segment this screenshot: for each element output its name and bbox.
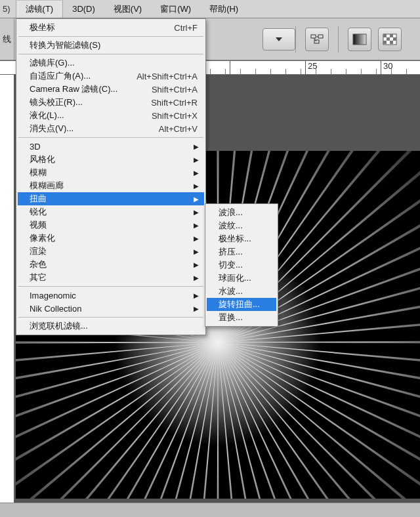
toolbar-dropdown[interactable] bbox=[262, 28, 295, 51]
filter-menu-item[interactable]: 锐化▶ bbox=[18, 205, 204, 218]
filter-menu-item[interactable]: 风格化▶ bbox=[18, 153, 204, 166]
toolbar-btn-checker[interactable] bbox=[378, 28, 402, 51]
filter-menu-item[interactable]: 视频▶ bbox=[18, 218, 204, 232]
menu-item-label: 杂色 bbox=[30, 258, 198, 270]
menu-item-label: 浏览联机滤镜... bbox=[30, 320, 198, 332]
menu-filter[interactable]: 滤镜(T) bbox=[16, 0, 64, 18]
menu-3d[interactable]: 3D(D) bbox=[63, 0, 104, 18]
menu-item-label: 其它 bbox=[30, 272, 198, 283]
menu-item-label: 像素化 bbox=[30, 232, 198, 244]
submenu-arrow-icon: ▶ bbox=[194, 156, 199, 163]
distort-menu-item[interactable]: 置换... bbox=[207, 311, 276, 324]
tool-label: 线 bbox=[0, 18, 14, 60]
distort-menu-item[interactable]: 水波... bbox=[207, 285, 276, 298]
svg-rect-9 bbox=[393, 37, 396, 41]
menu-item-label: 视频 bbox=[30, 219, 198, 231]
menu-item-label: 3D bbox=[30, 142, 198, 152]
menu-item-label: 液化(L)... bbox=[30, 110, 131, 121]
filter-menu-item[interactable]: 极坐标Ctrl+F bbox=[18, 21, 204, 34]
menu-item-label: 波纹... bbox=[219, 220, 270, 232]
menu-item-shortcut: Shift+Ctrl+X bbox=[152, 111, 198, 121]
filter-menu-item[interactable]: 3D▶ bbox=[18, 140, 204, 153]
menu-item-label: 消失点(V)... bbox=[30, 123, 138, 134]
distort-menu-item[interactable]: 切变... bbox=[207, 258, 276, 272]
toolbar-btn-gradient-preview[interactable] bbox=[348, 28, 371, 51]
checker-icon bbox=[383, 33, 397, 45]
submenu-arrow-icon: ▶ bbox=[194, 261, 199, 268]
menu-item-label: 锐化 bbox=[30, 206, 198, 218]
filter-menu-item[interactable]: Imagenomic▶ bbox=[18, 289, 204, 302]
filter-menu-item[interactable]: 镜头校正(R)...Shift+Ctrl+R bbox=[18, 96, 204, 109]
filter-menu-item[interactable]: 扭曲▶ bbox=[18, 192, 204, 205]
menu-item-shortcut: Shift+Ctrl+R bbox=[151, 98, 198, 108]
menu-item-label: 自适应广角(A)... bbox=[30, 70, 116, 82]
distort-menu-item[interactable]: 波浪... bbox=[207, 206, 276, 219]
submenu-arrow-icon: ▶ bbox=[194, 222, 199, 229]
submenu-arrow-icon: ▶ bbox=[194, 248, 199, 255]
menu-help[interactable]: 帮助(H) bbox=[200, 0, 247, 18]
filter-menu-item[interactable]: Camera Raw 滤镜(C)...Shift+Ctrl+A bbox=[18, 83, 204, 96]
filter-menu-item[interactable]: 消失点(V)...Alt+Ctrl+V bbox=[18, 122, 204, 135]
menu-item-label: Nik Collection bbox=[30, 304, 198, 314]
filter-menu-item[interactable]: 自适应广角(A)...Alt+Shift+Ctrl+A bbox=[18, 70, 204, 83]
menu-item-label: 转换为智能滤镜(S) bbox=[30, 39, 198, 51]
menu-item-label: 滤镜库(G)... bbox=[30, 57, 198, 69]
svg-rect-7 bbox=[390, 34, 393, 37]
filter-menu-item[interactable]: 滤镜库(G)... bbox=[18, 56, 204, 70]
filter-menu-item[interactable]: 浏览联机滤镜... bbox=[18, 320, 204, 333]
menu-item-label: 置换... bbox=[219, 312, 270, 323]
svg-rect-3 bbox=[314, 40, 319, 43]
menu-item-label: 模糊 bbox=[30, 167, 198, 178]
submenu-arrow-icon: ▶ bbox=[194, 235, 199, 242]
filter-menu-item[interactable]: 渲染▶ bbox=[18, 245, 204, 258]
menu-item-shortcut: Shift+Ctrl+A bbox=[152, 85, 198, 94]
svg-rect-10 bbox=[383, 41, 387, 44]
filter-menu-item[interactable]: 其它▶ bbox=[18, 271, 204, 284]
submenu-arrow-icon: ▶ bbox=[194, 169, 199, 176]
svg-rect-8 bbox=[387, 37, 390, 41]
menu-item-label: 模糊画廊 bbox=[30, 180, 198, 192]
filter-menu-item[interactable]: 模糊▶ bbox=[18, 166, 204, 179]
distort-menu-item[interactable]: 波纹... bbox=[207, 219, 276, 232]
menu-window[interactable]: 窗口(W) bbox=[151, 0, 200, 18]
filter-menu-item[interactable]: 像素化▶ bbox=[18, 232, 204, 245]
menu-item-label: 球面化... bbox=[219, 272, 270, 284]
svg-rect-2 bbox=[318, 35, 323, 38]
menu-item-label: 挤压... bbox=[219, 246, 270, 258]
filter-menu-item[interactable]: Nik Collection▶ bbox=[18, 302, 204, 315]
filter-menu-item[interactable]: 模糊画廊▶ bbox=[18, 179, 204, 192]
submenu-arrow-icon: ▶ bbox=[194, 143, 199, 150]
svg-rect-1 bbox=[311, 35, 316, 38]
distort-submenu: 波浪...波纹...极坐标...挤压...切变...球面化...水波...旋转扭… bbox=[205, 203, 278, 327]
gradient-icon bbox=[352, 33, 367, 45]
distort-menu-item[interactable]: 挤压... bbox=[207, 245, 276, 258]
submenu-arrow-icon: ▶ bbox=[194, 196, 199, 203]
filter-menu-item[interactable]: 液化(L)...Shift+Ctrl+X bbox=[18, 109, 204, 122]
distort-menu-item[interactable]: 旋转扭曲... bbox=[207, 298, 276, 311]
menu-item-label: 极坐标... bbox=[219, 233, 270, 245]
menu-item-label: 镜头校正(R)... bbox=[30, 96, 130, 108]
svg-rect-11 bbox=[390, 41, 393, 44]
status-bar bbox=[0, 503, 420, 517]
submenu-arrow-icon: ▶ bbox=[194, 209, 199, 216]
menu-item-label: 渲染 bbox=[30, 245, 198, 257]
distort-menu-item[interactable]: 球面化... bbox=[207, 272, 276, 285]
ruler-tick bbox=[230, 61, 232, 74]
toolbar-btn-arrange[interactable] bbox=[305, 28, 329, 51]
menu-item-label: Imagenomic bbox=[30, 291, 198, 300]
filter-menu-item[interactable]: 杂色▶ bbox=[18, 258, 204, 271]
ruler-vertical bbox=[0, 75, 14, 503]
menu-item-label: 旋转扭曲... bbox=[219, 299, 270, 310]
menu-item-shortcut: Alt+Shift+Ctrl+A bbox=[136, 72, 198, 81]
menu-item-label: Camera Raw 滤镜(C)... bbox=[30, 83, 131, 95]
menu-item-label: 切变... bbox=[219, 259, 270, 271]
svg-rect-6 bbox=[383, 34, 387, 37]
filter-menu-item[interactable]: 转换为智能滤镜(S) bbox=[18, 39, 204, 52]
submenu-arrow-icon: ▶ bbox=[194, 274, 199, 281]
menu-item-shortcut: Ctrl+F bbox=[174, 23, 198, 33]
arrange-icon bbox=[310, 33, 324, 45]
menu-view[interactable]: 视图(V) bbox=[104, 0, 151, 18]
distort-menu-item[interactable]: 极坐标... bbox=[207, 232, 276, 245]
submenu-arrow-icon: ▶ bbox=[194, 182, 199, 190]
menu-item-shortcut: Alt+Ctrl+V bbox=[159, 124, 198, 134]
